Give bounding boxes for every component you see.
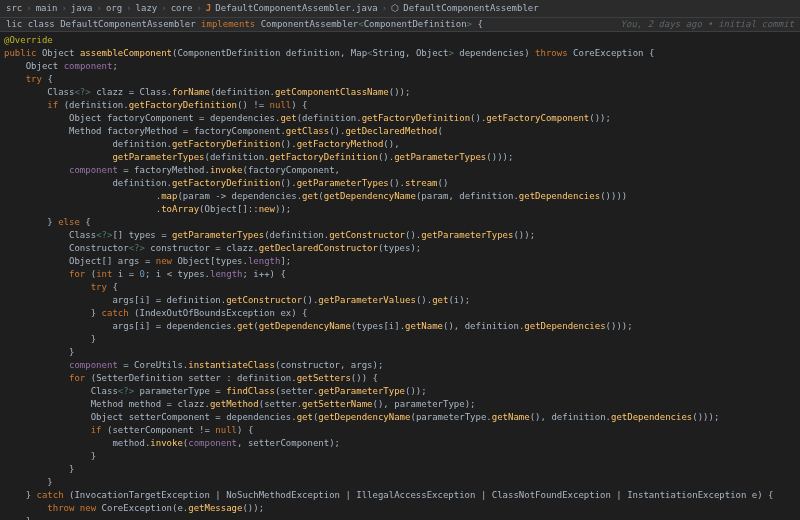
code-token: -> — [215, 191, 231, 201]
code-line[interactable]: } — [4, 333, 800, 346]
code-token: getDependencyName — [324, 191, 416, 201]
code-token: throws — [535, 48, 573, 58]
code-token: IllegalAccessException — [356, 490, 481, 500]
code-token: } — [4, 217, 58, 227]
code-token: ; — [145, 269, 156, 279]
code-token: getFactoryDefinition — [362, 113, 470, 123]
chevron-right-icon: › — [196, 2, 201, 15]
code-token: > — [448, 48, 459, 58]
code-line[interactable]: } — [4, 515, 800, 520]
code-token: component — [69, 360, 123, 370]
code-token: Class — [140, 87, 167, 97]
code-token: | — [345, 490, 356, 500]
code-line[interactable]: } else { — [4, 216, 800, 229]
code-token: getParameterTypes — [172, 230, 264, 240]
code-line[interactable]: Method factoryMethod = factoryComponent.… — [4, 125, 800, 138]
code-token: getDependencyName — [259, 321, 351, 331]
code-line[interactable]: if (definition.getFactoryDefinition() !=… — [4, 99, 800, 112]
code-line[interactable]: args[i] = dependencies.get(getDependency… — [4, 320, 800, 333]
code-token: int — [96, 269, 118, 279]
git-blame-lens[interactable]: You, 2 days ago • initial commit — [621, 18, 794, 31]
code-token: new — [156, 256, 178, 266]
code-line[interactable]: if (setterComponent != null) { — [4, 424, 800, 437]
code-line[interactable]: } — [4, 476, 800, 489]
code-line[interactable]: .map(param -> dependencies.get(getDepend… — [4, 190, 800, 203]
code-line[interactable]: } catch (IndexOutOfBoundsException ex) { — [4, 307, 800, 320]
sig-class: DefaultComponentAssembler — [60, 19, 195, 29]
code-token: definition — [270, 230, 324, 240]
code-line[interactable]: args[i] = definition.getConstructor().ge… — [4, 294, 800, 307]
code-token: i — [156, 269, 167, 279]
code-line[interactable]: definition.getFactoryDefinition().getFac… — [4, 138, 800, 151]
breadcrumb-part[interactable]: lazy — [136, 2, 158, 15]
code-line[interactable]: public Object assembleComponent(Componen… — [4, 47, 800, 60]
code-token — [4, 399, 91, 409]
code-token: <?> — [118, 386, 140, 396]
code-line[interactable]: Class<?>[] types = getParameterTypes(def… — [4, 229, 800, 242]
code-token: = — [161, 230, 172, 240]
code-token: SetterDefinition — [96, 373, 188, 383]
code-token: Object — [69, 113, 107, 123]
code-editor[interactable]: @Overridepublic Object assembleComponent… — [0, 32, 800, 520]
code-token: , — [448, 191, 459, 201]
code-token: assembleComponent — [80, 48, 172, 58]
breadcrumb-part[interactable]: org — [106, 2, 122, 15]
breadcrumb-part[interactable]: java — [71, 2, 93, 15]
code-token: ] = — [145, 295, 167, 305]
code-token: []:: — [237, 204, 259, 214]
code-line[interactable]: } catch (InvocationTargetException | NoS… — [4, 489, 800, 502]
code-token: catch — [102, 308, 135, 318]
code-line[interactable]: Object component; — [4, 60, 800, 73]
code-line[interactable]: getParameterTypes(definition.getFactoryD… — [4, 151, 800, 164]
breadcrumb-file[interactable]: DefaultComponentAssembler.java — [215, 2, 378, 15]
code-line[interactable]: method.invoke(component, setterComponent… — [4, 437, 800, 450]
code-token: [] — [112, 230, 128, 240]
code-token: invoke — [150, 438, 183, 448]
code-token: else — [58, 217, 85, 227]
code-token: getDependencies — [519, 191, 600, 201]
breadcrumb-part[interactable]: core — [171, 2, 193, 15]
code-token: { — [85, 217, 90, 227]
code-line[interactable]: Object[] args = new Object[types.length]… — [4, 255, 800, 268]
code-line[interactable]: } — [4, 450, 800, 463]
code-line[interactable]: Class<?> clazz = Class.forName(definitio… — [4, 86, 800, 99]
code-line[interactable]: Class<?> parameterType = findClass(sette… — [4, 385, 800, 398]
code-line[interactable]: Object factoryComponent = dependencies.g… — [4, 112, 800, 125]
code-line[interactable]: Method method = clazz.getMethod(setter.g… — [4, 398, 800, 411]
code-token: dependencies — [232, 191, 297, 201]
code-line[interactable]: } — [4, 463, 800, 476]
breadcrumb-member[interactable]: DefaultComponentAssembler — [403, 2, 538, 15]
code-token: Method — [91, 399, 129, 409]
code-token: getMessage — [188, 503, 242, 513]
code-token: getSetterName — [302, 399, 372, 409]
code-token: if — [47, 100, 63, 110]
code-line[interactable]: for (SetterDefinition setter : definitio… — [4, 372, 800, 385]
code-line[interactable]: component = factoryMethod.invoke(factory… — [4, 164, 800, 177]
code-line[interactable]: try { — [4, 281, 800, 294]
breadcrumb-part[interactable]: main — [36, 2, 58, 15]
code-token: (). — [280, 178, 296, 188]
code-token: getFactoryDefinition — [129, 100, 237, 110]
code-line[interactable]: component = CoreUtils.instantiateClass(c… — [4, 359, 800, 372]
breadcrumb[interactable]: src › main › java › org › lazy › core › … — [0, 0, 800, 18]
code-token: definition — [286, 48, 340, 58]
code-line[interactable]: Constructor<?> constructor = clazz.getDe… — [4, 242, 800, 255]
code-token — [4, 256, 69, 266]
code-line[interactable]: } — [4, 346, 800, 359]
code-token: ()) { — [351, 373, 378, 383]
code-line[interactable]: .toArray(Object[]::new)); — [4, 203, 800, 216]
code-token: getName — [492, 412, 530, 422]
code-line[interactable]: throw new CoreException(e.getMessage()); — [4, 502, 800, 515]
code-line[interactable]: for (int i = 0; i < types.length; i++) { — [4, 268, 800, 281]
code-token: factoryComponent — [248, 165, 335, 175]
code-line[interactable]: @Override — [4, 34, 800, 47]
code-token: ()); — [513, 230, 535, 240]
code-token: InvocationTargetException — [74, 490, 215, 500]
breadcrumb-part[interactable]: src — [6, 2, 22, 15]
code-line[interactable]: definition.getFactoryDefinition().getPar… — [4, 177, 800, 190]
code-token: { — [112, 282, 117, 292]
code-line[interactable]: try { — [4, 73, 800, 86]
code-token: null — [215, 425, 237, 435]
code-line[interactable]: Object setterComponent = dependencies.ge… — [4, 411, 800, 424]
code-token: Object — [416, 48, 449, 58]
